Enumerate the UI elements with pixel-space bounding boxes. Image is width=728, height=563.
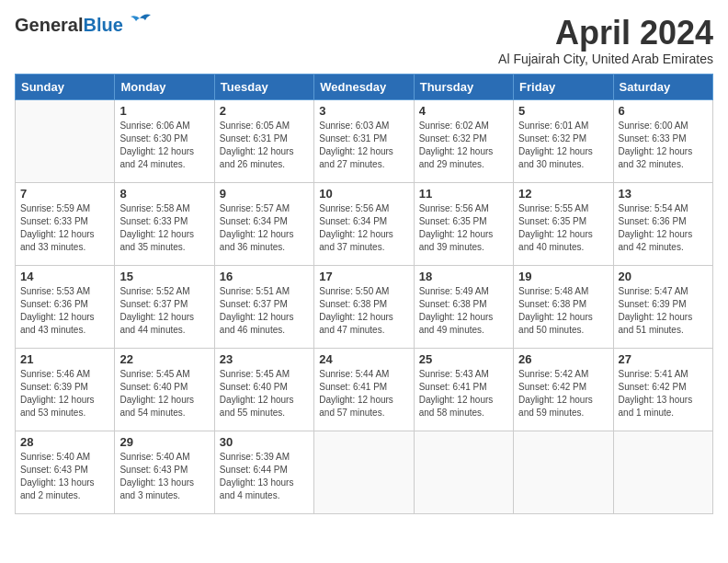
calendar-cell: 26Sunrise: 5:42 AM Sunset: 6:42 PM Dayli…	[514, 348, 613, 431]
week-row-5: 28Sunrise: 5:40 AM Sunset: 6:43 PM Dayli…	[16, 431, 713, 513]
calendar-cell: 5Sunrise: 6:01 AM Sunset: 6:32 PM Daylig…	[514, 99, 613, 182]
day-info: Sunrise: 5:39 AM Sunset: 6:44 PM Dayligh…	[220, 451, 309, 502]
day-number: 30	[220, 435, 309, 449]
calendar-cell: 24Sunrise: 5:44 AM Sunset: 6:41 PM Dayli…	[314, 348, 414, 431]
day-number: 15	[119, 270, 209, 283]
calendar-cell: 13Sunrise: 5:54 AM Sunset: 6:36 PM Dayli…	[613, 182, 712, 265]
day-number: 6	[619, 104, 708, 118]
day-number: 25	[419, 352, 508, 366]
day-info: Sunrise: 5:49 AM Sunset: 6:38 PM Dayligh…	[419, 285, 508, 337]
calendar-cell: 11Sunrise: 5:56 AM Sunset: 6:35 PM Dayli…	[414, 182, 513, 265]
day-info: Sunrise: 5:52 AM Sunset: 6:37 PM Dayligh…	[119, 285, 209, 337]
week-row-2: 7Sunrise: 5:59 AM Sunset: 6:33 PM Daylig…	[16, 182, 713, 265]
calendar-cell: 25Sunrise: 5:43 AM Sunset: 6:41 PM Dayli…	[414, 348, 513, 431]
calendar-cell: 3Sunrise: 6:03 AM Sunset: 6:31 PM Daylig…	[314, 99, 414, 182]
calendar-cell: 19Sunrise: 5:48 AM Sunset: 6:38 PM Dayli…	[514, 265, 613, 348]
day-number: 19	[518, 270, 608, 283]
page-header: GeneralBlue April 2024 Al Fujairah City,…	[15, 15, 713, 66]
calendar-cell: 10Sunrise: 5:56 AM Sunset: 6:34 PM Dayli…	[314, 182, 414, 265]
calendar-cell: 17Sunrise: 5:50 AM Sunset: 6:38 PM Dayli…	[314, 265, 414, 348]
day-info: Sunrise: 5:48 AM Sunset: 6:38 PM Dayligh…	[518, 285, 608, 337]
calendar-table: SundayMondayTuesdayWednesdayThursdayFrid…	[15, 74, 713, 514]
day-number: 24	[319, 352, 408, 366]
day-number: 18	[419, 270, 508, 283]
day-number: 16	[220, 270, 309, 283]
day-number: 9	[220, 187, 309, 201]
day-number: 11	[419, 187, 508, 201]
day-number: 27	[619, 352, 708, 366]
day-number: 8	[119, 187, 209, 201]
logo-bird-icon	[127, 13, 153, 33]
day-number: 5	[518, 104, 608, 118]
weekday-header-row: SundayMondayTuesdayWednesdayThursdayFrid…	[16, 74, 713, 99]
calendar-cell: 29Sunrise: 5:40 AM Sunset: 6:43 PM Dayli…	[115, 431, 214, 513]
calendar-cell: 22Sunrise: 5:45 AM Sunset: 6:40 PM Dayli…	[115, 348, 214, 431]
week-row-3: 14Sunrise: 5:53 AM Sunset: 6:36 PM Dayli…	[16, 265, 713, 348]
day-number: 4	[419, 104, 508, 118]
day-info: Sunrise: 5:45 AM Sunset: 6:40 PM Dayligh…	[220, 368, 309, 419]
day-number: 3	[319, 104, 408, 118]
calendar-cell: 4Sunrise: 6:02 AM Sunset: 6:32 PM Daylig…	[414, 99, 513, 182]
day-info: Sunrise: 5:46 AM Sunset: 6:39 PM Dayligh…	[20, 368, 109, 419]
logo: GeneralBlue	[15, 15, 153, 35]
calendar-cell: 27Sunrise: 5:41 AM Sunset: 6:42 PM Dayli…	[613, 348, 712, 431]
day-info: Sunrise: 5:43 AM Sunset: 6:41 PM Dayligh…	[419, 368, 508, 419]
day-number: 12	[518, 187, 608, 201]
day-info: Sunrise: 6:01 AM Sunset: 6:32 PM Dayligh…	[518, 120, 608, 171]
weekday-header-tuesday: Tuesday	[214, 74, 313, 99]
day-info: Sunrise: 6:03 AM Sunset: 6:31 PM Dayligh…	[319, 120, 408, 171]
calendar-cell: 18Sunrise: 5:49 AM Sunset: 6:38 PM Dayli…	[414, 265, 513, 348]
day-info: Sunrise: 6:05 AM Sunset: 6:31 PM Dayligh…	[220, 120, 309, 171]
day-info: Sunrise: 5:47 AM Sunset: 6:39 PM Dayligh…	[619, 285, 708, 337]
calendar-cell: 16Sunrise: 5:51 AM Sunset: 6:37 PM Dayli…	[214, 265, 313, 348]
day-info: Sunrise: 5:54 AM Sunset: 6:36 PM Dayligh…	[619, 202, 708, 254]
month-title: April 2024	[498, 15, 713, 52]
weekday-header-sunday: Sunday	[16, 74, 115, 99]
day-info: Sunrise: 6:06 AM Sunset: 6:30 PM Dayligh…	[119, 120, 209, 171]
day-number: 2	[220, 104, 309, 118]
day-info: Sunrise: 5:42 AM Sunset: 6:42 PM Dayligh…	[518, 368, 608, 419]
calendar-cell	[16, 99, 115, 182]
day-info: Sunrise: 5:57 AM Sunset: 6:34 PM Dayligh…	[220, 202, 309, 254]
day-info: Sunrise: 5:55 AM Sunset: 6:35 PM Dayligh…	[518, 202, 608, 254]
calendar-cell: 21Sunrise: 5:46 AM Sunset: 6:39 PM Dayli…	[16, 348, 115, 431]
day-number: 22	[119, 352, 209, 366]
calendar-cell	[314, 431, 414, 513]
calendar-cell: 30Sunrise: 5:39 AM Sunset: 6:44 PM Dayli…	[214, 431, 313, 513]
day-number: 1	[119, 104, 209, 118]
day-info: Sunrise: 5:59 AM Sunset: 6:33 PM Dayligh…	[20, 202, 109, 254]
day-info: Sunrise: 5:51 AM Sunset: 6:37 PM Dayligh…	[220, 285, 309, 337]
calendar-cell: 6Sunrise: 6:00 AM Sunset: 6:33 PM Daylig…	[613, 99, 712, 182]
day-number: 7	[20, 187, 109, 201]
calendar-cell	[613, 431, 712, 513]
day-number: 20	[619, 270, 708, 283]
day-number: 13	[619, 187, 708, 201]
day-info: Sunrise: 5:53 AM Sunset: 6:36 PM Dayligh…	[20, 285, 109, 337]
calendar-cell: 20Sunrise: 5:47 AM Sunset: 6:39 PM Dayli…	[613, 265, 712, 348]
day-number: 14	[20, 270, 109, 283]
day-info: Sunrise: 5:45 AM Sunset: 6:40 PM Dayligh…	[119, 368, 209, 419]
calendar-cell: 23Sunrise: 5:45 AM Sunset: 6:40 PM Dayli…	[214, 348, 313, 431]
day-info: Sunrise: 6:00 AM Sunset: 6:33 PM Dayligh…	[619, 120, 708, 171]
day-number: 23	[220, 352, 309, 366]
day-info: Sunrise: 5:40 AM Sunset: 6:43 PM Dayligh…	[20, 451, 109, 502]
weekday-header-thursday: Thursday	[414, 74, 513, 99]
day-number: 26	[518, 352, 608, 366]
day-info: Sunrise: 5:44 AM Sunset: 6:41 PM Dayligh…	[319, 368, 408, 419]
calendar-cell: 2Sunrise: 6:05 AM Sunset: 6:31 PM Daylig…	[214, 99, 313, 182]
day-number: 10	[319, 187, 408, 201]
day-number: 17	[319, 270, 408, 283]
calendar-cell: 12Sunrise: 5:55 AM Sunset: 6:35 PM Dayli…	[514, 182, 613, 265]
calendar-cell: 9Sunrise: 5:57 AM Sunset: 6:34 PM Daylig…	[214, 182, 313, 265]
weekday-header-wednesday: Wednesday	[314, 74, 414, 99]
calendar-cell	[414, 431, 513, 513]
day-info: Sunrise: 5:50 AM Sunset: 6:38 PM Dayligh…	[319, 285, 408, 337]
day-info: Sunrise: 5:58 AM Sunset: 6:33 PM Dayligh…	[119, 202, 209, 254]
day-info: Sunrise: 5:56 AM Sunset: 6:35 PM Dayligh…	[419, 202, 508, 254]
weekday-header-saturday: Saturday	[613, 74, 712, 99]
calendar-cell: 8Sunrise: 5:58 AM Sunset: 6:33 PM Daylig…	[115, 182, 214, 265]
weekday-header-friday: Friday	[514, 74, 613, 99]
day-info: Sunrise: 5:40 AM Sunset: 6:43 PM Dayligh…	[119, 451, 209, 502]
weekday-header-monday: Monday	[115, 74, 214, 99]
calendar-cell: 1Sunrise: 6:06 AM Sunset: 6:30 PM Daylig…	[115, 99, 214, 182]
